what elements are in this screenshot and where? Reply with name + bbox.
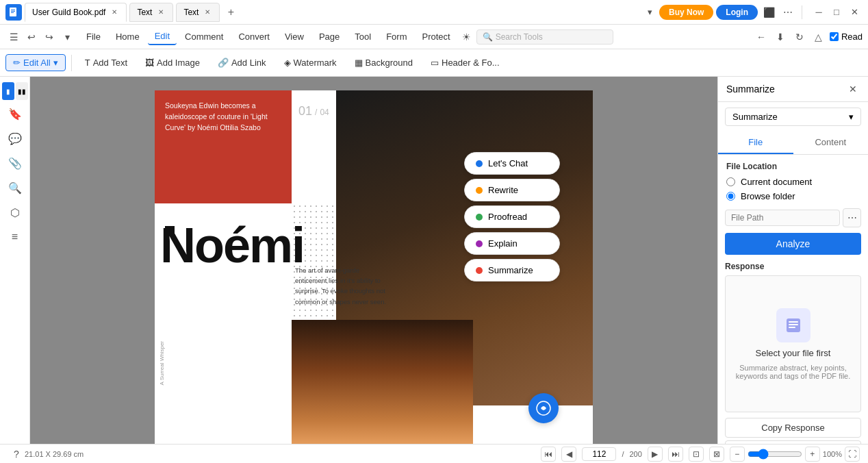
- add-text-button[interactable]: T Add Text: [77, 54, 135, 71]
- fit-page-button[interactable]: ⊡: [689, 447, 704, 462]
- undo-icon[interactable]: ↩: [23, 29, 40, 45]
- radio-current-input[interactable]: [726, 177, 735, 186]
- tab-text2-close[interactable]: ✕: [203, 8, 212, 17]
- copy-response-button[interactable]: Copy Response: [725, 418, 861, 438]
- add-link-button[interactable]: 🔗 Add Link: [210, 54, 274, 71]
- watermark-button[interactable]: ◈ Watermark: [277, 54, 344, 71]
- ai-circle-button[interactable]: [528, 393, 559, 423]
- zoom-control: − + 100% ⛶: [730, 447, 860, 462]
- maximize-button[interactable]: □: [828, 4, 845, 21]
- bookmark-icon[interactable]: 🔖: [4, 103, 26, 125]
- menu-convert[interactable]: Convert: [231, 29, 277, 45]
- pdf-page-numbers: 01/04: [298, 104, 329, 118]
- tab-text-2[interactable]: Text ✕: [176, 3, 220, 22]
- refresh-icon[interactable]: ↻: [791, 29, 808, 45]
- fit-screen-button[interactable]: ⛶: [845, 447, 860, 462]
- upload-icon[interactable]: △: [810, 29, 827, 45]
- menu-protect[interactable]: Protect: [415, 29, 457, 45]
- tab-file[interactable]: File: [718, 132, 793, 154]
- radio-browse-folder[interactable]: Browse folder: [726, 191, 860, 201]
- lets-chat-float-button[interactable]: Let's Chat: [464, 152, 560, 175]
- radio-browse-input[interactable]: [726, 192, 735, 201]
- dropdown-arrow-icon[interactable]: ▾: [59, 29, 75, 45]
- comment-icon[interactable]: 💬: [4, 127, 26, 149]
- menu-view[interactable]: View: [278, 29, 311, 45]
- layers-icon[interactable]: ⬡: [4, 201, 26, 223]
- summarize-float-button[interactable]: Summarize: [464, 259, 560, 281]
- zoom-out-button[interactable]: −: [730, 447, 745, 462]
- header-footer-label: Header & Fo...: [442, 58, 500, 68]
- search-tools-input[interactable]: 🔍 Search Tools: [476, 29, 613, 45]
- view-toggle: ▮ ▮▮: [2, 82, 28, 100]
- chrome-icon[interactable]: ⬛: [761, 4, 777, 21]
- explain-float-button[interactable]: Explain: [464, 232, 560, 255]
- analyze-button[interactable]: Analyze: [725, 233, 861, 255]
- edit-all-button[interactable]: ✏ Edit All ▾: [5, 54, 66, 71]
- sidebar-toggle-icon[interactable]: ☰: [5, 29, 22, 45]
- menu-bar: ☰ ↩ ↪ ▾ File Home Edit Comment Convert V…: [0, 25, 868, 49]
- back-icon[interactable]: ←: [753, 29, 769, 45]
- svg-rect-2: [11, 11, 15, 12]
- prev-page-button[interactable]: ◀: [561, 447, 576, 462]
- redo-icon[interactable]: ↪: [41, 29, 58, 45]
- next-page-button[interactable]: ▶: [648, 447, 663, 462]
- last-page-button[interactable]: ⏭: [668, 447, 683, 462]
- light-mode-icon[interactable]: ☀: [459, 29, 475, 45]
- menu-tool[interactable]: Tool: [348, 29, 378, 45]
- dimensions-text: 21.01 X 29.69 cm: [25, 450, 84, 458]
- tab-text-1[interactable]: Text ✕: [129, 3, 173, 22]
- attachment-icon[interactable]: 📎: [4, 152, 26, 174]
- page-number-input[interactable]: [582, 447, 616, 461]
- tab-guild-book[interactable]: User Guild Book.pdf ✕: [25, 3, 127, 22]
- radio-current-document[interactable]: Current document: [726, 177, 860, 187]
- menu-file[interactable]: File: [79, 29, 107, 45]
- response-subtitle: Summarize abstract, key points, keywords…: [726, 364, 860, 380]
- download-icon[interactable]: ⬇: [772, 29, 789, 45]
- svg-rect-7: [789, 324, 798, 325]
- minimize-button[interactable]: ─: [810, 4, 827, 21]
- read-checkbox[interactable]: [830, 32, 839, 41]
- summarize-dropdown[interactable]: Summarize ▾: [725, 108, 861, 126]
- login-button[interactable]: Login: [716, 5, 758, 20]
- tab-guild-close[interactable]: ✕: [110, 8, 119, 17]
- header-footer-button[interactable]: ▭ Header & Fo...: [423, 54, 507, 71]
- tabs-dropdown[interactable]: ▾: [643, 5, 656, 19]
- menu-page[interactable]: Page: [312, 29, 346, 45]
- text-sidebar-icon[interactable]: ≡: [4, 226, 26, 248]
- fit-width-button[interactable]: ⊠: [709, 447, 724, 462]
- panel-close-button[interactable]: ✕: [846, 82, 860, 96]
- single-page-toggle[interactable]: ▮: [2, 82, 14, 100]
- buy-now-button[interactable]: Buy Now: [659, 5, 713, 20]
- pdf-canvas[interactable]: Soukeyna Edwin becomes a kaleidoscope of…: [30, 77, 717, 444]
- zoom-slider[interactable]: [748, 449, 802, 460]
- help-icon[interactable]: ?: [8, 446, 25, 462]
- menu-home[interactable]: Home: [109, 29, 146, 45]
- first-page-button[interactable]: ⏮: [541, 447, 556, 462]
- proofread-float-button[interactable]: Proofread: [464, 205, 560, 228]
- watermark-label: Watermark: [294, 58, 337, 68]
- page-separator: /: [622, 450, 624, 458]
- explain-float-label: Explain: [488, 238, 518, 249]
- menu-form[interactable]: Form: [379, 29, 413, 45]
- add-image-button[interactable]: 🖼 Add Image: [138, 54, 207, 71]
- read-checkbox-container[interactable]: Read: [830, 32, 863, 42]
- search-sidebar-icon[interactable]: 🔍: [4, 177, 26, 199]
- panel-header: Summarize ✕: [718, 77, 868, 102]
- menu-edit[interactable]: Edit: [148, 28, 177, 45]
- file-path-input[interactable]: [725, 210, 840, 226]
- close-button[interactable]: ✕: [846, 4, 863, 21]
- file-path-browse-button[interactable]: ⋯: [843, 208, 861, 227]
- proofread-dot: [476, 214, 483, 221]
- double-page-toggle[interactable]: ▮▮: [16, 82, 28, 100]
- rewrite-float-button[interactable]: Rewrite: [464, 179, 560, 201]
- background-button[interactable]: ▦ Background: [347, 54, 420, 71]
- menu-comment[interactable]: Comment: [178, 29, 230, 45]
- tab-content[interactable]: Content: [793, 132, 869, 154]
- more-options-icon[interactable]: ⋯: [780, 4, 796, 21]
- toolbar: ✏ Edit All ▾ T Add Text 🖼 Add Image 🔗 Ad…: [0, 49, 868, 77]
- tab-text1-close[interactable]: ✕: [156, 8, 166, 17]
- add-image-label: Add Image: [157, 58, 200, 68]
- zoom-in-button[interactable]: +: [805, 447, 820, 462]
- tab-text1-label: Text: [137, 8, 152, 17]
- add-tab-button[interactable]: +: [222, 4, 239, 21]
